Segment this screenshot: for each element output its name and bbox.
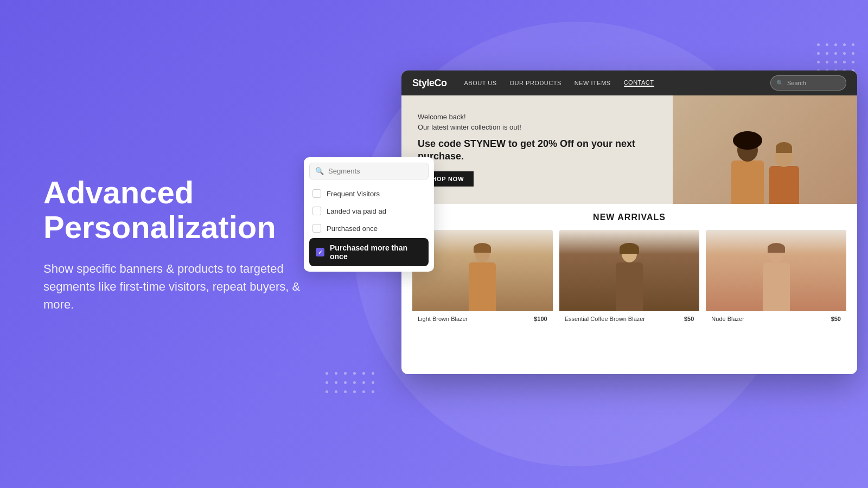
segment-item-purchased-once[interactable]: Purchased once — [309, 220, 429, 237]
nav-link-about[interactable]: ABOUT US — [464, 80, 497, 86]
product-card-3[interactable]: Nude Blazer $50 — [706, 230, 846, 326]
segment-label-paid-ad: Landed via paid ad — [327, 207, 386, 215]
left-panel: Advanced Personalization Show specific b… — [43, 175, 304, 313]
segment-search-input[interactable] — [328, 167, 423, 175]
hero-left: Welcome back! Our latest winter collecti… — [401, 95, 673, 204]
product-price-2: $50 — [684, 316, 694, 322]
search-bar[interactable]: 🔍 Search — [770, 75, 846, 91]
products-grid: Light Brown Blazer $100 — [412, 230, 846, 326]
segment-label-purchased-more: Purchased more than once — [330, 243, 422, 261]
product-image-2 — [559, 230, 700, 311]
main-description: Show specific banners & products to targ… — [43, 259, 304, 313]
segment-checkbox-purchased-once[interactable] — [312, 224, 321, 233]
browser-window: StyleCo ABOUT US OUR PRODUCTS NEW ITEMS … — [401, 70, 857, 374]
hero-image — [673, 95, 857, 204]
brand-logo: StyleCo — [412, 78, 447, 89]
dot-grid-bottom-left — [326, 372, 377, 396]
segment-label-purchased-once: Purchased once — [327, 224, 378, 233]
segment-dropdown: 🔍 Frequent Visitors Landed via paid ad P… — [304, 157, 434, 272]
product-price-3: $50 — [831, 316, 841, 322]
hero-subtitle: Our latest winter collection is out! — [418, 123, 656, 131]
product-info-3: Nude Blazer $50 — [706, 311, 846, 326]
hero-promo-text: Use code STYNEW to get 20% Off on your n… — [418, 138, 656, 163]
segment-search-icon: 🔍 — [315, 167, 324, 175]
segment-item-frequent[interactable]: Frequent Visitors — [309, 185, 429, 202]
hero-section: Welcome back! Our latest winter collecti… — [401, 95, 857, 204]
product-name-3: Nude Blazer — [711, 316, 744, 322]
product-image-3 — [706, 230, 846, 311]
product-info-1: Light Brown Blazer $100 — [412, 311, 553, 326]
segment-search-bar[interactable]: 🔍 — [309, 163, 429, 179]
new-arrivals-title: NEW ARRIVALS — [412, 213, 846, 222]
segment-item-paid-ad[interactable]: Landed via paid ad — [309, 202, 429, 220]
segment-label-frequent: Frequent Visitors — [327, 190, 380, 198]
navbar: StyleCo ABOUT US OUR PRODUCTS NEW ITEMS … — [401, 70, 857, 95]
segment-checkbox-frequent[interactable] — [312, 189, 321, 198]
hero-welcome: Welcome back! — [418, 113, 656, 121]
search-icon: 🔍 — [776, 80, 784, 87]
nav-link-new[interactable]: NEW ITEMS — [575, 80, 611, 86]
product-price-1: $100 — [534, 316, 547, 322]
segment-item-purchased-more[interactable]: Purchased more than once — [309, 238, 429, 266]
product-info-2: Essential Coffee Brown Blazer $50 — [559, 311, 700, 326]
new-arrivals-section: NEW ARRIVALS Light B — [401, 204, 857, 335]
product-name-1: Light Brown Blazer — [418, 316, 468, 322]
product-name-2: Essential Coffee Brown Blazer — [565, 316, 645, 322]
nav-link-contact[interactable]: CONTACT — [624, 79, 654, 87]
search-placeholder: Search — [787, 80, 806, 86]
segment-checkbox-purchased-more[interactable] — [316, 248, 324, 256]
main-heading: Advanced Personalization — [43, 175, 304, 245]
product-card-2[interactable]: Essential Coffee Brown Blazer $50 — [559, 230, 700, 326]
segment-checkbox-paid-ad[interactable] — [312, 207, 321, 215]
nav-link-products[interactable]: OUR PRODUCTS — [510, 80, 561, 86]
